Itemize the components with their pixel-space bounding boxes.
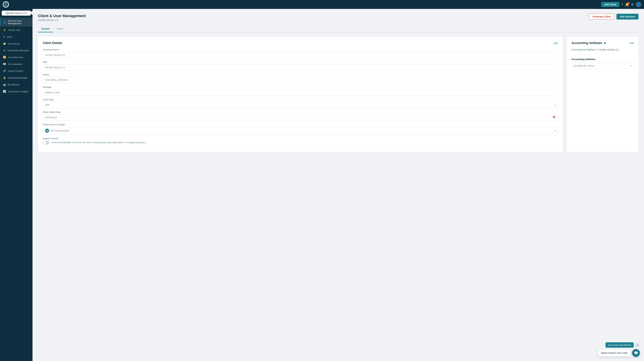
dba-input[interactable]	[43, 64, 558, 71]
add-services-button[interactable]: Add Services	[616, 14, 638, 20]
sidebar-item-documents[interactable]: 📁 Documents	[0, 40, 32, 47]
contact-avatar: BA	[45, 129, 49, 133]
avatar-icon: 👤	[637, 3, 640, 6]
sidebar-item-activity-hub[interactable]: ⚡ Activity Hub	[0, 27, 32, 33]
support-access-label: Support Access	[43, 137, 558, 140]
support-access-text: Authorize Botkeeper to access this clien…	[51, 141, 146, 144]
accounting-software-select[interactable]: QuickBooks Online Xero Sage Other	[572, 63, 634, 69]
calendar-icon: 📅	[552, 116, 556, 119]
chat-icon: 💬	[634, 351, 638, 355]
password-manager-icon: 🔒	[3, 76, 6, 79]
accounting-status-dot	[604, 42, 606, 44]
accounting-software-title-text: Accounting Software	[572, 41, 606, 45]
top-nav: Add Client ? 🔔 1 ⚙ 👤	[0, 0, 644, 9]
activity-hub-icon: ⚡	[3, 29, 6, 32]
tab-details[interactable]: Details	[38, 26, 53, 32]
sidebar-item-smart-connect[interactable]: 🔗 Smart Connect	[0, 68, 32, 74]
client-details-edit-button[interactable]: Edit	[554, 42, 558, 45]
sidebar-item-label: Auto Bank Rec	[8, 56, 23, 59]
nav-left	[3, 1, 9, 8]
accounting-software-section: Accounting Software QuickBooks Online Xe…	[572, 58, 634, 69]
status-input[interactable]	[43, 77, 558, 83]
transaction-insights-icon: 📊	[3, 90, 6, 93]
sidebar: 🔍 ✕ ‹ 👤 Client & User Management ⚡ Activ…	[0, 9, 32, 361]
close-date-group: Close Date ▾	[43, 98, 558, 108]
user-avatar-button[interactable]: 👤	[636, 2, 641, 7]
sidebar-item-client-user-mgmt[interactable]: 👤 Client & User Management	[0, 18, 32, 27]
package-label: Package	[43, 86, 558, 88]
sidebar-item-password-manager[interactable]: 🔒 Password Manager	[0, 74, 32, 81]
status-group: Status	[43, 73, 558, 83]
toggle-knob	[43, 141, 46, 144]
auto-bank-rec-icon: 🔁	[3, 56, 6, 59]
dba-group: DBA	[43, 61, 558, 71]
tabs-bar: Details Users	[38, 26, 638, 32]
documents-icon: 📁	[3, 42, 6, 45]
add-client-button[interactable]: Add Client	[601, 2, 619, 7]
settings-icon-button[interactable]: ⚙	[631, 3, 634, 6]
nav-right: Add Client ? 🔔 1 ⚙ 👤	[601, 2, 641, 7]
sidebar-item-transaction-manager[interactable]: 🖥 Transaction Manager	[0, 47, 32, 54]
client-details-title: Client Details Edit	[43, 41, 558, 45]
sidebar-item-bot-review[interactable]: 🤖 Bot Review	[0, 81, 32, 88]
sidebar-collapse-button[interactable]: ‹	[31, 11, 32, 15]
content-area: Client & User Management Gentler Dental …	[32, 9, 644, 361]
page-header-actions: Terminate Client Add Services	[589, 14, 638, 20]
chat-widget: Disconnect QuickBooks × Need a hand? Let…	[598, 342, 640, 357]
support-access-row: Authorize Botkeeper to access this clien…	[43, 141, 558, 145]
chat-bubble-row: Need a hand? Let's chat! 💬	[598, 349, 640, 357]
software-select-wrapper: QuickBooks Online Xero Sage Other ▾	[572, 63, 634, 69]
sidebar-item-auto-bank-rec[interactable]: 🔁 Auto Bank Rec	[0, 54, 32, 61]
sidebar-item-label: Documents	[8, 43, 20, 45]
client-poc-group: Client Point of Contact BA Bonnie Alexan…	[43, 123, 558, 134]
client-poc-label: Client Point of Contact	[43, 123, 558, 126]
smart-connect-icon: 🔗	[3, 69, 6, 73]
client-added-date-wrapper: 📅	[43, 114, 558, 121]
help-icon-button[interactable]: ?	[622, 3, 623, 6]
sidebar-item-transaction-insights[interactable]: 📊 Transaction Insights	[0, 88, 32, 95]
support-access-toggle[interactable]	[43, 141, 49, 145]
chat-close-button[interactable]: ×	[635, 343, 640, 347]
page-header-text: Client & User Management Gentler Dental …	[38, 14, 86, 22]
client-poc-wrapper: BA Bonnie Alexander ▾	[43, 127, 558, 134]
sidebar-item-label: Activity Hub	[8, 29, 20, 31]
close-date-input[interactable]	[43, 102, 558, 108]
client-details-card: Client Details Edit Company Name DBA Sta…	[38, 37, 562, 152]
help-icon: ?	[622, 3, 623, 6]
je-automation-icon: 📖	[3, 63, 6, 66]
sidebar-item-label: JE Automation	[8, 63, 23, 65]
tab-users[interactable]: Users	[53, 26, 67, 32]
client-poc-name: Bonnie Alexander	[50, 129, 69, 132]
accounting-connected-text: Connected to Platform 7- Gentler Dental …	[572, 48, 634, 51]
bot-review-icon: 🤖	[3, 83, 6, 86]
search-clear-button[interactable]: ✕	[26, 12, 28, 15]
sidebar-item-work[interactable]: ☰ Work	[0, 33, 32, 40]
notification-icon-button[interactable]: 🔔 1	[625, 3, 629, 6]
accounting-software-edit-button[interactable]: Edit	[630, 42, 634, 45]
accounting-software-label: Accounting Software	[572, 58, 634, 61]
chat-bubble: Need a hand? Let's chat!	[598, 349, 631, 356]
client-added-date-input[interactable]	[43, 114, 558, 121]
company-name-input[interactable]	[43, 52, 558, 58]
package-group: Package	[43, 86, 558, 96]
accounting-software-card: Accounting Software Edit Connected to Pl…	[567, 37, 638, 152]
chat-btn-row: Disconnect QuickBooks ×	[606, 342, 640, 348]
gear-icon: ⚙	[631, 3, 634, 6]
package-input[interactable]	[43, 89, 558, 96]
transaction-manager-icon: 🖥	[3, 49, 6, 52]
sidebar-item-label: Password Manager	[8, 77, 28, 79]
dba-label: DBA	[43, 61, 558, 63]
disconnect-quickbooks-button[interactable]: Disconnect QuickBooks	[606, 342, 634, 348]
terminate-client-button[interactable]: Terminate Client	[589, 14, 614, 20]
client-poc-select[interactable]: BA Bonnie Alexander	[43, 127, 558, 134]
support-access-group: Support Access Authorize Botkeeper to ac…	[43, 137, 558, 145]
chat-trigger-button[interactable]: 💬	[632, 349, 640, 357]
sidebar-item-je-automation[interactable]: 📖 JE Automation	[0, 61, 32, 68]
sidebar-item-label: Work	[7, 36, 12, 38]
page-header: Client & User Management Gentler Dental …	[38, 14, 638, 22]
sidebar-navigation: 👤 Client & User Management ⚡ Activity Hu…	[0, 18, 32, 95]
client-added-date-group: Client Added Date 📅	[43, 111, 558, 121]
close-date-wrapper: ▾	[43, 102, 558, 108]
close-date-label: Close Date	[43, 98, 558, 101]
client-user-mgmt-icon: 👤	[3, 21, 6, 24]
